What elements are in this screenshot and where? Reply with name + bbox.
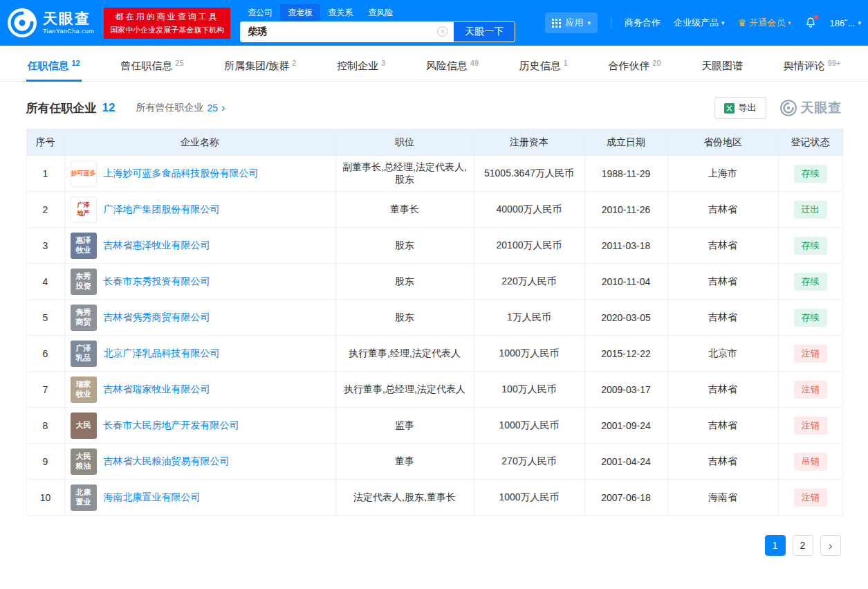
- pagination: 12›: [26, 535, 842, 556]
- nav-tab[interactable]: 所属集团/族群2: [223, 52, 297, 81]
- notification-dot: [814, 15, 818, 19]
- table-row: 10北康置业海南北康置业有限公司法定代表人,股东,董事长1000万人民币2007…: [26, 480, 842, 516]
- nav-tab[interactable]: 天眼图谱: [700, 52, 744, 81]
- status-badge: 存续: [794, 309, 827, 327]
- company-logo[interactable]: 大民粮油: [71, 448, 97, 475]
- status-cell: 存续: [778, 156, 842, 192]
- search-type-tab[interactable]: 查关系: [320, 4, 360, 21]
- nav-open-vip[interactable]: ♛ 开通会员 ▾: [738, 17, 791, 29]
- capital-cell: 1万人民币: [474, 300, 584, 336]
- chevron-right-icon: ›: [221, 102, 225, 114]
- nav-tab[interactable]: 舆情评论99+: [782, 52, 842, 81]
- search-area: 查公司查老板查关系查风险 × 天眼一下: [240, 4, 515, 42]
- logo-subtitle: TianYanCha.com: [43, 28, 94, 35]
- company-logo[interactable]: 广泽乳品: [71, 341, 97, 367]
- user-account[interactable]: 186˘... ▾: [830, 18, 861, 28]
- notification-bell[interactable]: [804, 17, 817, 29]
- nav-tab[interactable]: 曾任职信息25: [119, 52, 185, 81]
- province-cell: 吉林省: [667, 372, 778, 408]
- nav-tab[interactable]: 历史信息1: [518, 52, 569, 81]
- nav-tab-label: 合作伙伴: [608, 60, 649, 73]
- crown-icon: ♛: [738, 18, 747, 28]
- nav-tab[interactable]: 合作伙伴20: [607, 52, 662, 81]
- nav-tab-label: 控制企业: [337, 60, 378, 73]
- company-name-link[interactable]: 吉林省瑞家牧业有限公司: [104, 383, 210, 396]
- apps-menu[interactable]: 应用 ▾: [545, 12, 598, 33]
- company-logo[interactable]: 隽秀商贸: [71, 305, 97, 331]
- company-logo[interactable]: 惠泽牧业: [71, 233, 97, 259]
- province-cell: 海南省: [667, 480, 778, 516]
- nav-business-cooperation[interactable]: 商务合作: [625, 17, 661, 29]
- search-button[interactable]: 天眼一下: [454, 22, 515, 42]
- table-row: 9大民粮油吉林省大民粮油贸易有限公司董事270万人民币2001-04-24吉林省…: [26, 444, 842, 480]
- former-positions-link[interactable]: 所有曾任职企业 25 ›: [136, 102, 225, 114]
- company-logo[interactable]: 北康置业: [71, 484, 97, 511]
- section-title-count: 12: [102, 101, 116, 115]
- row-index: 8: [26, 408, 64, 444]
- status-badge: 存续: [794, 237, 827, 255]
- nav-enterprise-products[interactable]: 企业级产品 ▾: [674, 17, 725, 29]
- position-cell: 董事: [335, 444, 474, 480]
- status-badge: 注销: [794, 381, 827, 399]
- capital-cell: 1000万人民币: [474, 480, 584, 516]
- company-logo[interactable]: 广泽地产: [71, 197, 97, 223]
- nav-tab-count: 99+: [828, 59, 841, 67]
- date-cell: 2020-03-05: [584, 300, 667, 336]
- status-badge: 存续: [794, 273, 827, 291]
- company-name-link[interactable]: 海南北康置业有限公司: [104, 491, 201, 504]
- status-badge: 吊销: [794, 453, 827, 471]
- company-name-link[interactable]: 吉林省惠泽牧业有限公司: [104, 239, 210, 252]
- province-cell: 吉林省: [667, 228, 778, 264]
- logo-title: 天眼查: [43, 11, 94, 26]
- nav-tab-label: 曾任职信息: [120, 60, 172, 73]
- position-cell: 副董事长,总经理,法定代表人,股东: [335, 156, 474, 192]
- capital-cell: 220万人民币: [474, 264, 584, 300]
- next-page-button[interactable]: ›: [820, 535, 841, 556]
- position-cell: 股东: [335, 228, 474, 264]
- status-cell: 注销: [778, 480, 842, 516]
- company-name-link[interactable]: 吉林省隽秀商贸有限公司: [104, 311, 210, 324]
- search-type-tab[interactable]: 查老板: [280, 4, 320, 21]
- search-type-tab[interactable]: 查风险: [360, 4, 400, 21]
- company-name-link[interactable]: 北京广泽乳品科技有限公司: [104, 347, 220, 360]
- position-cell: 执行董事,经理,法定代表人: [335, 336, 474, 372]
- user-phone: 186˘...: [830, 18, 856, 28]
- date-cell: 2010-11-26: [584, 192, 667, 228]
- topbar: 天眼查 TianYanCha.com 都在用的商业查询工具 国家中小企业发展子基…: [0, 0, 868, 46]
- search-type-tab[interactable]: 查公司: [240, 4, 280, 21]
- company-name-link[interactable]: 长春市东秀投资有限公司: [104, 275, 210, 288]
- nav-tab[interactable]: 任职信息12: [26, 52, 82, 81]
- company-cell: 大民粮油吉林省大民粮油贸易有限公司: [64, 444, 335, 480]
- nav-tab-label: 风险信息: [426, 60, 468, 73]
- capital-cell: 270万人民币: [474, 444, 584, 480]
- company-logo[interactable]: 瑞家牧业: [71, 377, 97, 403]
- status-cell: 存续: [778, 300, 842, 336]
- tianyancha-logo[interactable]: 天眼查 TianYanCha.com: [7, 8, 94, 38]
- company-name-link[interactable]: 上海妙可蓝多食品科技股份有限公司: [104, 167, 259, 180]
- page-button[interactable]: 1: [765, 535, 786, 556]
- column-header: 职位: [335, 129, 474, 156]
- row-index: 9: [26, 444, 64, 480]
- table-row: 5隽秀商贸吉林省隽秀商贸有限公司股东1万人民币2020-03-05吉林省存续: [26, 300, 842, 336]
- date-cell: 2001-04-24: [584, 444, 667, 480]
- company-logo[interactable]: 妙可蓝多: [71, 161, 97, 187]
- nav-tab[interactable]: 控制企业3: [335, 52, 387, 81]
- nav-tab[interactable]: 风险信息49: [425, 52, 480, 81]
- nav-tab-count: 12: [72, 59, 80, 67]
- row-index: 10: [26, 480, 64, 516]
- status-badge: 注销: [794, 345, 827, 363]
- nav-tab-label: 舆情评论: [784, 60, 825, 73]
- section-header: 所有任职企业 12 所有曾任职企业 25 › 导出 天眼查: [26, 97, 842, 119]
- company-name-link[interactable]: 广泽地产集团股份有限公司: [104, 203, 220, 216]
- status-cell: 注销: [778, 336, 842, 372]
- nav-divider: [611, 17, 611, 28]
- export-button[interactable]: 导出: [714, 97, 766, 119]
- search-input[interactable]: [241, 22, 454, 42]
- page-button[interactable]: 2: [793, 535, 813, 556]
- position-cell: 监事: [335, 408, 474, 444]
- table-body: 1妙可蓝多上海妙可蓝多食品科技股份有限公司副董事长,总经理,法定代表人,股东51…: [26, 156, 842, 516]
- company-logo[interactable]: 东秀投资: [71, 269, 97, 295]
- company-name-link[interactable]: 长春市大民房地产开发有限公司: [104, 419, 239, 432]
- company-name-link[interactable]: 吉林省大民粮油贸易有限公司: [104, 455, 230, 468]
- company-logo[interactable]: 大民: [71, 413, 97, 439]
